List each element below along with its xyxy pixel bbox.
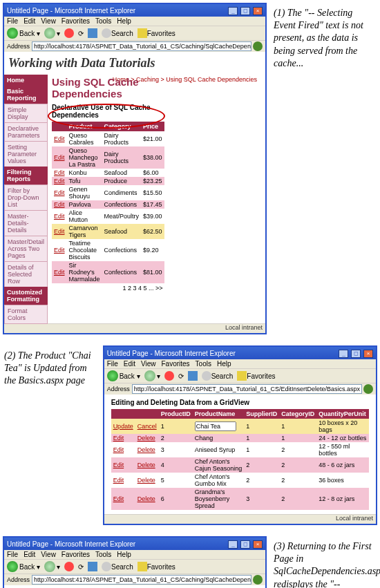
col-header[interactable]: QuantityPerUnit [316,409,369,419]
menu-item[interactable]: Tools [196,360,211,368]
row-action[interactable]: Edit [113,495,124,502]
search-button[interactable]: Search [102,28,133,38]
stop-button[interactable] [164,371,174,381]
maximize-icon[interactable]: ◻ [240,7,250,15]
stop-button[interactable] [64,562,74,571]
sidebar-item[interactable]: Details of Selected Row [4,261,48,287]
refresh-button[interactable]: ⟳ [78,563,84,571]
home-button[interactable] [188,371,198,381]
sidebar-item[interactable]: Master-Details-Details [4,210,48,236]
menu-item[interactable]: View [41,551,56,558]
edit-input[interactable] [195,421,236,431]
row-action[interactable]: Edit [113,462,124,468]
menu-item[interactable]: Help [117,17,131,25]
go-icon[interactable] [253,41,263,51]
search-button[interactable]: Search [202,371,234,381]
url-field[interactable]: http://localhost:4178/ASPNET_Data_Tutori… [32,575,251,585]
back-button[interactable]: Back ▾ [7,561,40,572]
close-icon[interactable]: × [363,350,373,358]
col-header[interactable]: Category [102,122,142,131]
search-button[interactable]: Search [102,562,133,571]
minimize-icon[interactable]: _ [228,540,238,549]
row-action[interactable]: Delete [137,446,155,453]
menu-item[interactable]: Help [217,360,231,368]
go-icon[interactable] [363,384,373,394]
pager[interactable]: 1 2 3 4 5 ... >> [52,283,164,293]
home-button[interactable] [88,562,97,571]
menu-item[interactable]: Tools [95,17,111,25]
close-icon[interactable]: × [253,540,263,549]
close-icon[interactable]: × [253,7,263,15]
favorites-button[interactable]: Favorites [137,562,175,571]
col-header[interactable]: SupplierID [244,409,279,419]
row-action[interactable]: Delete [137,477,155,484]
row-action[interactable]: Delete [137,462,155,468]
back-button[interactable]: Back ▾ [7,28,40,39]
col-header[interactable] [135,409,159,419]
edit-link[interactable]: Edit [54,247,65,254]
maximize-icon[interactable]: ◻ [240,540,250,549]
edit-link[interactable]: Edit [54,135,65,142]
home-button[interactable] [88,28,97,38]
sidebar-item[interactable]: Filtering Reports [4,167,48,184]
col-header[interactable]: Product [67,122,102,131]
forward-button[interactable]: ▾ [44,28,60,39]
menu-item[interactable]: Favorites [61,551,90,558]
sidebar-item[interactable]: Home [4,75,48,86]
col-header[interactable] [111,409,135,419]
col-header[interactable]: CategoryID [279,409,316,419]
sidebar-item[interactable]: Declarative Parameters [4,122,48,142]
menu-item[interactable]: View [41,17,56,25]
menu-item[interactable]: Tools [95,551,111,558]
back-button[interactable]: Back ▾ [107,370,140,381]
sidebar-item[interactable]: Simple Display [4,104,48,123]
edit-link[interactable]: Edit [54,201,65,208]
menu-item[interactable]: View [141,360,156,368]
edit-link[interactable]: Edit [54,228,65,235]
menu-item[interactable]: Help [117,551,131,558]
row-action[interactable]: Edit [113,477,124,484]
forward-button[interactable]: ▾ [44,561,60,572]
edit-link[interactable]: Edit [54,189,65,196]
menu-item[interactable]: File [7,17,18,25]
favorites-button[interactable]: Favorites [237,371,275,381]
sidebar-item[interactable]: Customized Formatting [4,287,48,305]
row-action[interactable]: Edit [113,446,124,453]
sidebar-item[interactable]: Master/Detail Across Two Pages [4,236,48,262]
sidebar-item[interactable]: Basic Reporting [4,86,48,104]
favorites-button[interactable]: Favorites [137,28,175,38]
edit-link[interactable]: Edit [54,269,65,276]
edit-link[interactable]: Edit [54,178,65,184]
col-header[interactable]: ProductName [193,409,245,419]
menu-item[interactable]: Favorites [161,360,189,368]
edit-link[interactable]: Edit [54,213,65,220]
refresh-button[interactable]: ⟳ [78,30,84,37]
menu-item[interactable]: File [7,551,18,558]
go-icon[interactable] [253,575,263,585]
menu-item[interactable]: Edit [23,551,35,558]
url-field[interactable]: http://localhost:4178/ASPNET_Data_Tutori… [32,41,251,51]
row-action[interactable]: Edit [113,435,124,442]
maximize-icon[interactable]: ◻ [351,350,361,358]
menu-item[interactable]: Edit [124,360,135,368]
edit-link[interactable]: Edit [54,169,65,176]
sidebar-item[interactable]: Filter by Drop-Down List [4,184,48,211]
row-action[interactable]: Delete [137,435,155,442]
edit-link[interactable]: Edit [54,154,65,161]
menu-item[interactable]: Edit [23,17,35,25]
sidebar-item[interactable]: Format Colors [4,305,48,324]
forward-button[interactable]: ▾ [144,370,160,381]
sidebar-item[interactable]: Setting Parameter Values [4,141,48,167]
url-field[interactable]: http://localhost:4178/ASPNET_Data_Tutori… [132,384,362,394]
menu-item[interactable]: Favorites [61,17,90,25]
row-action[interactable]: Update [113,423,133,430]
menu-item[interactable]: File [107,360,118,368]
col-header[interactable]: Price [141,122,164,131]
col-header[interactable]: ProductID [159,409,193,419]
row-action[interactable]: Cancel [137,423,157,430]
refresh-button[interactable]: ⟳ [178,372,184,380]
stop-button[interactable] [64,28,74,38]
minimize-icon[interactable]: _ [339,350,348,358]
row-action[interactable]: Delete [137,495,155,502]
minimize-icon[interactable]: _ [228,7,238,15]
